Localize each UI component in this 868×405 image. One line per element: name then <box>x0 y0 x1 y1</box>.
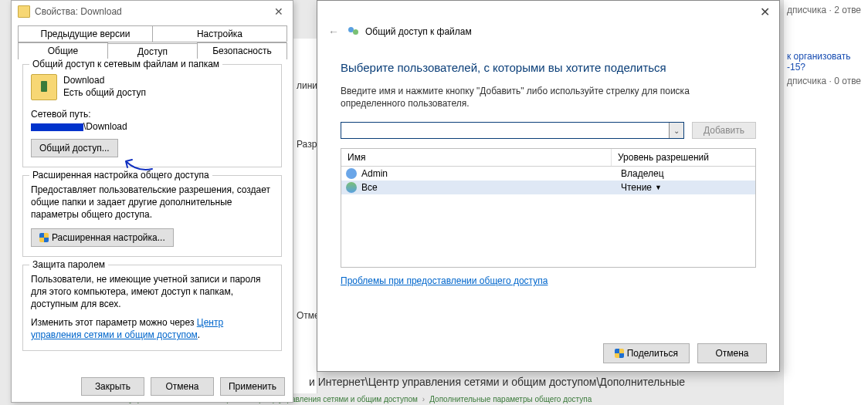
chevron-down-icon: ▼ <box>655 184 662 191</box>
user-icon <box>346 182 357 193</box>
back-arrow-icon[interactable]: ← <box>328 25 339 38</box>
col-permission[interactable]: Уровень разрешений <box>612 149 755 166</box>
table-row[interactable]: AdminВладелец <box>341 167 755 181</box>
tab-customize[interactable]: Настройка <box>152 25 287 42</box>
folder-name: Download <box>63 74 146 86</box>
user-icon <box>346 168 357 179</box>
shield-icon <box>615 349 624 358</box>
cell-permission: Владелец <box>621 168 751 179</box>
properties-title-text: Свойства: Download <box>35 1 122 22</box>
shared-folder-icon <box>31 74 57 100</box>
right-sidebar-fragment: дписчика · 2 отве к организовать -15? дп… <box>783 0 868 405</box>
close-icon[interactable]: ✕ <box>271 1 287 22</box>
chevron-down-icon[interactable]: ⌄ <box>669 123 683 138</box>
bg-path-text: и Интернет\Центр управления сетями и общ… <box>309 376 685 388</box>
folder-icon <box>18 5 30 18</box>
advanced-sharing-button[interactable]: Расширенная настройка... <box>31 228 174 247</box>
user-combobox[interactable]: ⌄ <box>341 122 684 139</box>
group-network-sharing: Общий доступ к сетевым файлам и папкам D… <box>22 64 282 167</box>
group-password-protection: Защита паролем Пользователи, не имеющие … <box>22 265 282 351</box>
user-input[interactable] <box>341 123 669 138</box>
share-button[interactable]: Общий доступ... <box>31 139 118 157</box>
col-name[interactable]: Имя <box>341 149 612 166</box>
share-submit-button[interactable]: Поделиться <box>603 343 690 363</box>
group-advanced-sharing: Расширенная настройка общего доступа Пре… <box>22 175 282 257</box>
close-icon[interactable]: ✕ <box>755 5 775 19</box>
table-row[interactable]: ВсеЧтение ▼ <box>341 181 755 194</box>
network-path-value: \Download <box>31 120 273 133</box>
troubleshoot-link[interactable]: Проблемы при предоставлении общего досту… <box>341 275 548 286</box>
file-sharing-title: Общий доступ к файлам <box>365 26 472 37</box>
add-button[interactable]: Добавить <box>692 122 756 139</box>
group-advanced-title: Расширенная настройка общего доступа <box>29 170 212 181</box>
share-cancel-button[interactable]: Отмена <box>697 343 767 363</box>
password-desc: Пользователи, не имеющие учетной записи … <box>31 273 273 310</box>
shield-icon <box>39 233 49 242</box>
redacted-hostname <box>31 123 83 131</box>
apply-button[interactable]: Применить <box>220 377 285 396</box>
tab-previous-versions[interactable]: Предыдущие версии <box>18 25 153 42</box>
network-path-label: Сетевой путь: <box>31 108 273 120</box>
tab-sharing[interactable]: Доступ <box>107 43 198 60</box>
cell-permission[interactable]: Чтение ▼ <box>621 182 751 193</box>
group-network-title: Общий доступ к сетевым файлам и папкам <box>29 59 222 69</box>
close-button[interactable]: Закрыть <box>81 377 144 396</box>
file-sharing-dialog: ✕ ← Общий доступ к файлам Выберите польз… <box>317 0 780 372</box>
share-heading: Выберите пользователей, с которыми вы хо… <box>341 61 756 74</box>
group-password-title: Защита паролем <box>29 259 108 270</box>
tab-security[interactable]: Безопасность <box>197 42 287 59</box>
advanced-desc: Предоставляет пользовательские разрешени… <box>31 184 273 221</box>
properties-tabs: Предыдущие версии Настройка Общие Доступ… <box>12 22 293 59</box>
password-change-line: Изменить этот параметр можно через Центр… <box>31 316 273 341</box>
cell-name: Admin <box>361 168 621 179</box>
breadcrumb-item[interactable]: Дополнительные параметры общего доступа <box>429 395 592 403</box>
users-table: Имя Уровень разрешений AdminВладелецВсеЧ… <box>341 148 756 268</box>
people-icon <box>348 25 361 38</box>
properties-titlebar[interactable]: Свойства: Download ✕ <box>12 1 293 22</box>
tab-general[interactable]: Общие <box>18 42 108 59</box>
cancel-button[interactable]: Отмена <box>151 377 214 396</box>
cell-name: Все <box>361 182 621 193</box>
share-status: Есть общий доступ <box>63 86 146 99</box>
share-instructions: Введите имя и нажмите кнопку "Добавить" … <box>341 85 756 110</box>
properties-dialog: Свойства: Download ✕ Предыдущие версии Н… <box>11 0 293 403</box>
